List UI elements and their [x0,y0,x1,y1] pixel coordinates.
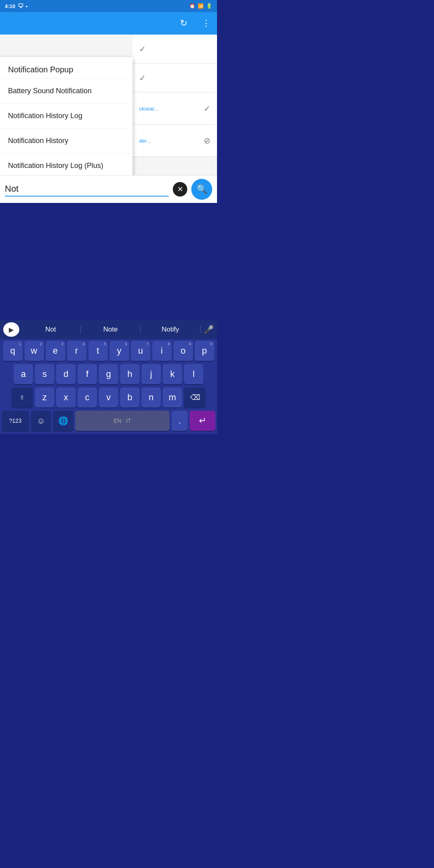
key-d[interactable]: d [56,364,76,384]
num-key[interactable]: ?123 [2,411,29,431]
status-dot: • [26,3,28,9]
key-y[interactable]: 6y [110,341,129,361]
key-e[interactable]: 3e [46,341,65,361]
status-left: 4:10 🗨 • [5,3,28,9]
list-item-3: der... ⊘ [133,125,217,157]
list-item-2-secondary: cksear... [139,106,158,112]
emoji-key[interactable]: ☺ [31,411,51,431]
key-b[interactable]: b [120,387,139,407]
key-row-3: ⇧ z x c v b n m ⌫ [0,386,217,409]
key-r[interactable]: 4r [67,341,86,361]
key-row-2: a s d f g h j k l [0,362,217,386]
key-m[interactable]: m [163,387,182,407]
search-input[interactable] [5,182,169,197]
dropdown-header: Notification Popup [0,57,133,79]
key-c[interactable]: c [78,387,97,407]
overflow-menu-button[interactable]: ⋮ [202,18,211,29]
main-content: Notification Popup Battery Sound Notific… [0,35,217,175]
status-bar: 4:10 🗨 • ⏰ 📶 🔋 [0,0,217,12]
list-item-1: ✓ [133,63,217,92]
key-v[interactable]: v [99,387,118,407]
key-t[interactable]: 5t [88,341,108,361]
enter-key[interactable]: ↵ [190,411,215,431]
key-u[interactable]: 7u [131,341,150,361]
key-x[interactable]: x [56,387,76,407]
suggestion-not[interactable]: Not [21,326,81,334]
key-a[interactable]: a [14,364,33,384]
dropdown-item-3[interactable]: Notification History Log (Plus) [0,154,133,175]
key-z[interactable]: z [35,387,54,407]
shift-key[interactable]: ⇧ [11,387,33,407]
key-s[interactable]: s [35,364,54,384]
check-icon-0: ✓ [139,44,146,54]
check-icon-2: ✓ [204,104,211,113]
clear-button[interactable]: ✕ [173,182,187,197]
key-q[interactable]: 1q [3,341,23,361]
list-item-0: ✓ [133,35,217,63]
battery-icon: 🔋 [206,3,212,9]
search-icon: 🔍 [197,184,207,194]
block-icon: ⊘ [204,136,211,145]
dropdown-item-1[interactable]: Notification History Log [0,104,133,129]
alarm-icon: ⏰ [189,3,195,9]
keyboard: ▶ Not Note Notify 🎤 1q 2w 3e 4r 5t 6y 7u… [0,320,217,434]
suggestions-row: ▶ Not Note Notify 🎤 [0,320,217,339]
search-button[interactable]: 🔍 [191,179,212,200]
key-g[interactable]: g [99,364,118,384]
search-bar: ✕ 🔍 [0,175,217,203]
check-icon-1: ✓ [139,73,146,83]
overflow-icon: ⋮ [202,18,211,28]
suggestion-arrow[interactable]: ▶ [3,322,19,337]
suggestion-notify[interactable]: Notify [141,326,201,334]
dropdown-item-2[interactable]: Notification History [0,129,133,154]
key-row-1: 1q 2w 3e 4r 5t 6y 7u 8i 9o 0p [0,339,217,362]
key-i[interactable]: 8i [152,341,172,361]
dropdown-item-0[interactable]: Battery Sound Notification [0,79,133,104]
refresh-button[interactable]: ↻ [6,12,194,35]
backspace-key[interactable]: ⌫ [184,387,206,407]
mic-icon[interactable]: 🎤 [201,325,214,334]
signal-icon: 📶 [198,3,204,9]
key-k[interactable]: k [163,364,182,384]
key-w[interactable]: 2w [25,341,44,361]
key-h[interactable]: h [120,364,139,384]
bottom-row: ?123 ☺ 🌐 EN · IT . ↵ [0,409,217,434]
refresh-icon: ↻ [180,18,187,29]
key-p[interactable]: 0p [195,341,214,361]
key-o[interactable]: 9o [174,341,193,361]
suggestion-note[interactable]: Note [81,326,141,334]
space-key[interactable]: EN · IT [75,411,170,431]
key-f[interactable]: f [78,364,97,384]
key-l[interactable]: l [184,364,203,384]
status-time: 4:10 [5,3,15,9]
status-notification-icon: 🗨 [18,3,23,9]
list-item-2: cksear... ✓ [133,92,217,125]
list-item-3-secondary: der... [139,138,151,144]
key-n[interactable]: n [141,387,161,407]
app-bar: ↻ ⋮ [0,12,217,35]
status-right: ⏰ 📶 🔋 [189,3,212,9]
dropdown-menu: Notification Popup Battery Sound Notific… [0,57,133,175]
dot-key[interactable]: . [172,411,188,431]
key-j[interactable]: j [141,364,161,384]
globe-key[interactable]: 🌐 [53,411,73,431]
